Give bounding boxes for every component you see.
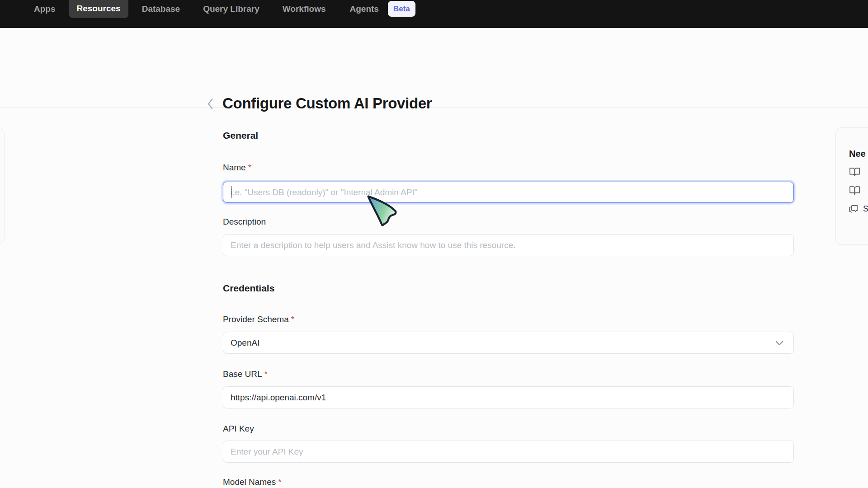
provider-schema-value: OpenAI xyxy=(231,338,259,348)
nav-item-resources-label: Resources xyxy=(77,2,121,14)
book-open-icon xyxy=(849,166,860,178)
book-open-icon xyxy=(849,185,860,196)
left-edge-card xyxy=(0,127,5,244)
help-panel: Nee S xyxy=(835,127,868,245)
page-header: Configure Custom AI Provider xyxy=(0,28,868,108)
provider-schema-select[interactable]: OpenAI xyxy=(223,332,794,354)
chevron-down-icon xyxy=(774,337,785,349)
help-link-guide[interactable] xyxy=(849,184,868,196)
beta-badge: Beta xyxy=(388,1,415,17)
base-url-input[interactable] xyxy=(223,386,794,408)
base-url-label: Base URL* xyxy=(223,369,268,379)
api-key-label: API Key xyxy=(223,424,254,434)
nav-item-workflows[interactable]: Workflows xyxy=(283,0,326,18)
back-button[interactable] xyxy=(203,96,217,112)
nav-item-database[interactable]: Database xyxy=(142,0,180,18)
required-asterisk: * xyxy=(264,369,268,379)
model-names-label: Model Names* xyxy=(223,477,282,487)
nav-item-apps[interactable]: Apps xyxy=(34,0,56,18)
top-navigation: Apps Resources Database Query Library Wo… xyxy=(0,0,868,28)
description-input[interactable] xyxy=(223,234,794,256)
section-heading-general: General xyxy=(223,130,258,141)
section-heading-credentials: Credentials xyxy=(223,283,274,294)
required-asterisk: * xyxy=(248,163,251,172)
chat-icon xyxy=(849,204,859,214)
provider-schema-label: Provider Schema* xyxy=(223,314,294,324)
help-panel-title: Nee xyxy=(849,149,868,159)
nav-item-query-library[interactable]: Query Library xyxy=(203,0,259,18)
description-label: Description xyxy=(223,217,266,227)
name-input[interactable] xyxy=(223,182,794,203)
chevron-left-icon xyxy=(207,98,214,110)
api-key-input[interactable] xyxy=(223,441,794,463)
help-link-docs[interactable] xyxy=(849,166,868,178)
required-asterisk: * xyxy=(278,477,281,487)
nav-item-resources[interactable]: Resources xyxy=(69,0,128,18)
help-link-support[interactable]: S xyxy=(849,203,868,215)
nav-item-agents[interactable]: Agents xyxy=(350,0,379,18)
name-label: Name* xyxy=(223,163,251,173)
page-title: Configure Custom AI Provider xyxy=(222,95,432,112)
text-caret xyxy=(231,186,232,198)
required-asterisk: * xyxy=(291,314,294,324)
